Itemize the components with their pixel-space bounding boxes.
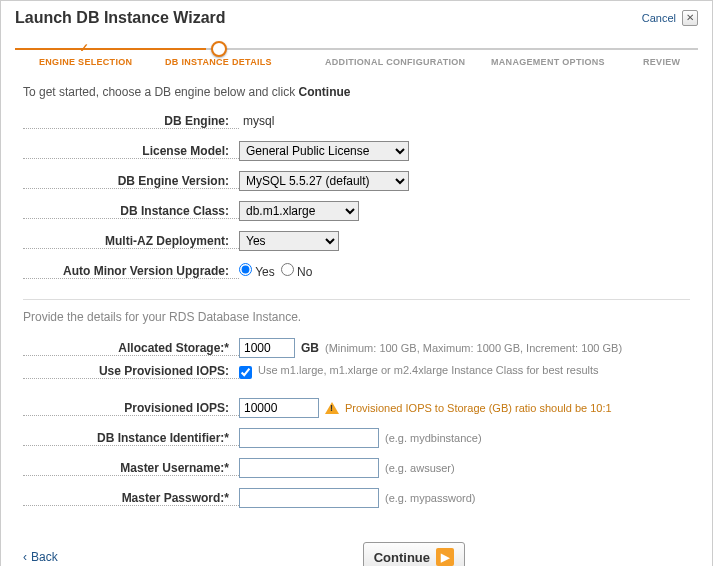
- label-auto-upgrade: Auto Minor Version Upgrade:: [23, 264, 239, 279]
- step-additional-configuration: ADDITIONAL CONFIGURATION: [325, 57, 465, 67]
- step-db-instance-details[interactable]: DB INSTANCE DETAILS: [165, 57, 272, 67]
- step-engine-selection[interactable]: ENGINE SELECTION: [39, 57, 132, 67]
- radio-no-wrap[interactable]: No: [281, 263, 313, 279]
- input-db-identifier[interactable]: [239, 428, 379, 448]
- cancel-link[interactable]: Cancel: [642, 12, 676, 24]
- section-note: Provide the details for your RDS Databas…: [23, 310, 690, 324]
- dialog-title: Launch DB Instance Wizard: [15, 9, 226, 27]
- select-engine-version[interactable]: MySQL 5.5.27 (default): [239, 171, 409, 191]
- checkbox-use-piops[interactable]: [239, 366, 252, 379]
- label-engine-version: DB Engine Version:: [23, 174, 239, 189]
- back-link[interactable]: ‹ Back: [23, 550, 58, 564]
- form-content: To get started, choose a DB engine below…: [1, 85, 712, 528]
- dialog-header: Launch DB Instance Wizard Cancel ✕: [1, 1, 712, 33]
- intro-prefix: To get started, choose a DB engine below…: [23, 85, 299, 99]
- steps-progress: [15, 48, 206, 50]
- dialog-footer: ‹ Back Continue ▶: [1, 528, 712, 566]
- select-license-model[interactable]: General Public License: [239, 141, 409, 161]
- storage-unit: GB: [301, 341, 319, 355]
- input-provisioned-iops[interactable]: [239, 398, 319, 418]
- label-instance-class: DB Instance Class:: [23, 204, 239, 219]
- select-instance-class[interactable]: db.m1.xlarge: [239, 201, 359, 221]
- input-allocated-storage[interactable]: [239, 338, 295, 358]
- piops-warning-text: Provisioned IOPS to Storage (GB) ratio s…: [345, 402, 612, 414]
- intro-text: To get started, choose a DB engine below…: [23, 85, 690, 99]
- label-provisioned-iops: Provisioned IOPS:: [23, 401, 239, 416]
- radio-no-label: No: [297, 265, 312, 279]
- label-allocated-storage: Allocated Storage:*: [23, 341, 239, 356]
- step-management-options: MANAGEMENT OPTIONS: [491, 57, 605, 67]
- divider: [23, 299, 690, 300]
- step-review: REVIEW: [643, 57, 680, 67]
- intro-bold: Continue: [299, 85, 351, 99]
- arrow-right-icon: ▶: [436, 548, 454, 566]
- input-master-username[interactable]: [239, 458, 379, 478]
- value-db-engine: mysql: [239, 114, 274, 128]
- input-master-password[interactable]: [239, 488, 379, 508]
- label-use-piops: Use Provisioned IOPS:: [23, 364, 239, 379]
- label-multi-az: Multi-AZ Deployment:: [23, 234, 239, 249]
- label-master-username: Master Username:*: [23, 461, 239, 476]
- username-hint: (e.g. awsuser): [385, 462, 455, 474]
- continue-label: Continue: [374, 550, 430, 565]
- label-db-identifier: DB Instance Identifier:*: [23, 431, 239, 446]
- continue-button[interactable]: Continue ▶: [363, 542, 465, 566]
- wizard-dialog: Launch DB Instance Wizard Cancel ✕ ✓ ENG…: [0, 0, 713, 566]
- piops-checkbox-hint: Use m1.large, m1.xlarge or m2.4xlarge In…: [258, 364, 599, 376]
- label-master-password: Master Password:*: [23, 491, 239, 506]
- close-icon[interactable]: ✕: [682, 10, 698, 26]
- storage-hint: (Minimum: 100 GB, Maximum: 1000 GB, Incr…: [325, 342, 622, 354]
- label-license-model: License Model:: [23, 144, 239, 159]
- radio-auto-upgrade-no[interactable]: [281, 263, 294, 276]
- identifier-hint: (e.g. mydbinstance): [385, 432, 482, 444]
- radio-auto-upgrade-yes[interactable]: [239, 263, 252, 276]
- radio-yes-wrap[interactable]: Yes: [239, 263, 275, 279]
- back-label: Back: [31, 550, 58, 564]
- warning-icon: [325, 402, 339, 414]
- select-multi-az[interactable]: Yes: [239, 231, 339, 251]
- chevron-left-icon: ‹: [23, 550, 27, 564]
- password-hint: (e.g. mypassword): [385, 492, 475, 504]
- current-step-knob: [211, 41, 227, 57]
- radio-yes-label: Yes: [255, 265, 275, 279]
- check-icon: ✓: [79, 41, 89, 55]
- wizard-steps: ✓ ENGINE SELECTION DB INSTANCE DETAILS A…: [15, 39, 698, 73]
- label-db-engine: DB Engine:: [23, 114, 239, 129]
